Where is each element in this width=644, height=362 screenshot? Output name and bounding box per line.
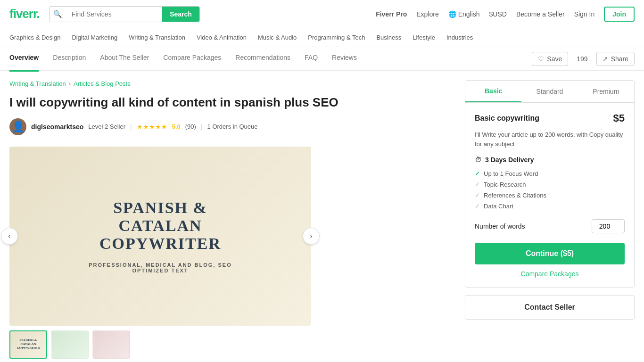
sub-nav-actions: ♡ Save 199 ↗ Share bbox=[532, 52, 635, 66]
gallery-next-button[interactable]: › bbox=[303, 228, 320, 245]
feature-1: ✓ Up to 1 Focus Word bbox=[475, 170, 625, 177]
package-tabs: Basic Standard Premium bbox=[465, 81, 634, 103]
breadcrumb-child[interactable]: Articles & Blog Posts bbox=[74, 80, 131, 87]
gig-title: I will copywriting all kind of content i… bbox=[9, 95, 349, 111]
cat-programming[interactable]: Programming & Tech bbox=[308, 28, 365, 47]
logo[interactable]: fiverr. bbox=[9, 7, 40, 21]
check-icon-4: ✓ bbox=[475, 203, 480, 210]
currency-link[interactable]: $USD bbox=[489, 10, 507, 18]
tab-description[interactable]: Description bbox=[53, 46, 86, 72]
word-count-input[interactable] bbox=[592, 219, 625, 233]
avatar: 👤 bbox=[9, 118, 26, 135]
clock-icon: ⏱ bbox=[475, 156, 481, 164]
breadcrumb-parent[interactable]: Writing & Translation bbox=[9, 80, 66, 87]
gallery-content: SPANISH & CATALAN COPYWRITER PROFESSIONA… bbox=[79, 189, 241, 283]
save-button[interactable]: ♡ Save bbox=[532, 52, 568, 66]
tab-faq[interactable]: FAQ bbox=[305, 46, 318, 72]
cat-graphics[interactable]: Graphics & Design bbox=[9, 28, 60, 47]
globe-icon: 🌐 bbox=[448, 10, 456, 18]
tab-basic[interactable]: Basic bbox=[465, 81, 521, 102]
left-content: Writing & Translation › Articles & Blog … bbox=[9, 80, 454, 362]
seller-name[interactable]: diglseomarktseo bbox=[31, 123, 83, 131]
gallery-thumbnails: SPANISH &CATALANCOPYWRITER bbox=[9, 330, 454, 359]
check-icon-2: ✓ bbox=[475, 181, 480, 188]
right-panel: Basic Standard Premium Basic copywriting… bbox=[465, 80, 635, 362]
feature-3: ✓ References & Citations bbox=[475, 192, 625, 199]
sign-in-link[interactable]: Sign In bbox=[574, 10, 595, 18]
heart-icon: ♡ bbox=[538, 55, 544, 63]
join-button[interactable]: Join bbox=[604, 7, 635, 22]
tab-overview[interactable]: Overview bbox=[9, 46, 39, 72]
features-list: ✓ Up to 1 Focus Word ✓ Topic Research ✓ … bbox=[475, 170, 625, 210]
feature-4: ✓ Data Chart bbox=[475, 203, 625, 210]
cat-writing[interactable]: Writing & Translation bbox=[129, 28, 185, 47]
language-link[interactable]: 🌐 English bbox=[448, 10, 480, 18]
tab-standard[interactable]: Standard bbox=[521, 81, 578, 102]
gallery-main-image: SPANISH & CATALAN COPYWRITER PROFESSIONA… bbox=[9, 147, 311, 326]
cat-music[interactable]: Music & Audio bbox=[258, 28, 297, 47]
seller-info: 👤 diglseomarktseo Level 2 Seller | ★★★★★… bbox=[9, 118, 454, 135]
search-input[interactable] bbox=[66, 7, 162, 22]
main-content: Writing & Translation › Articles & Blog … bbox=[0, 71, 644, 362]
tab-compare-packages[interactable]: Compare Packages bbox=[163, 46, 221, 72]
compare-packages-link[interactable]: Compare Packages bbox=[475, 270, 625, 278]
check-icon-3: ✓ bbox=[475, 192, 480, 199]
cat-industries[interactable]: Industries bbox=[446, 28, 473, 47]
thumbnail-1[interactable]: SPANISH &CATALANCOPYWRITER bbox=[9, 330, 47, 359]
feature-2: ✓ Topic Research bbox=[475, 181, 625, 188]
cat-digital-marketing[interactable]: Digital Marketing bbox=[72, 28, 117, 47]
star-rating: ★★★★★ bbox=[137, 123, 167, 131]
check-icon-1: ✓ bbox=[475, 170, 480, 177]
package-price: $5 bbox=[613, 112, 625, 124]
search-icon: 🔍 bbox=[50, 10, 66, 18]
header-nav: Fiverr Pro Explore 🌐 English $USD Become… bbox=[376, 7, 635, 22]
word-count-label: Number of words bbox=[475, 222, 525, 230]
contact-seller-button[interactable]: Contact Seller bbox=[465, 296, 634, 319]
orders-queue: 1 Orders in Queue bbox=[207, 123, 258, 130]
package-body: Basic copywriting $5 I'll Write your art… bbox=[465, 103, 634, 287]
become-seller-link[interactable]: Become a Seller bbox=[516, 10, 565, 18]
image-gallery: ‹ SPANISH & CATALAN COPYWRITER PROFESSIO… bbox=[9, 147, 454, 359]
package-description: I'll Write your article up to 200 words,… bbox=[475, 130, 625, 148]
package-header: Basic copywriting $5 bbox=[475, 112, 625, 124]
gallery-prev-button[interactable]: ‹ bbox=[1, 228, 18, 245]
tab-premium[interactable]: Premium bbox=[578, 81, 634, 102]
share-button[interactable]: ↗ Share bbox=[596, 52, 635, 66]
breadcrumb: Writing & Translation › Articles & Blog … bbox=[9, 80, 454, 87]
sub-nav: Overview Description About The Seller Co… bbox=[0, 47, 644, 71]
header: fiverr. 🔍 Search Fiverr Pro Explore 🌐 En… bbox=[0, 0, 644, 28]
cat-business[interactable]: Business bbox=[376, 28, 401, 47]
cat-video[interactable]: Video & Animation bbox=[197, 28, 247, 47]
share-icon: ↗ bbox=[603, 55, 608, 63]
word-count-row: Number of words bbox=[475, 219, 625, 233]
contact-seller-box: Contact Seller bbox=[465, 295, 635, 320]
search-button[interactable]: Search bbox=[162, 7, 199, 22]
save-count: 199 bbox=[573, 55, 591, 63]
thumbnail-2[interactable] bbox=[51, 330, 89, 359]
tab-recommendations[interactable]: Recommendations bbox=[235, 46, 290, 72]
continue-button[interactable]: Continue ($5) bbox=[475, 243, 625, 264]
category-nav: Graphics & Design Digital Marketing Writ… bbox=[0, 28, 644, 47]
rating-count: (90) bbox=[185, 123, 196, 130]
fiverr-pro-link[interactable]: Fiverr Pro bbox=[376, 10, 407, 18]
search-bar: 🔍 Search bbox=[49, 6, 200, 22]
rating-number: 5.0 bbox=[172, 123, 181, 130]
tab-reviews[interactable]: Reviews bbox=[332, 46, 357, 72]
explore-link[interactable]: Explore bbox=[416, 10, 438, 18]
seller-level: Level 2 Seller bbox=[88, 123, 125, 130]
package-name: Basic copywriting bbox=[475, 114, 539, 123]
cat-lifestyle[interactable]: Lifestyle bbox=[413, 28, 435, 47]
package-box: Basic Standard Premium Basic copywriting… bbox=[465, 80, 635, 288]
sub-nav-links: Overview Description About The Seller Co… bbox=[9, 46, 532, 72]
delivery-info: ⏱ 3 Days Delivery bbox=[475, 156, 625, 164]
breadcrumb-separator: › bbox=[69, 80, 71, 87]
tab-about-seller[interactable]: About The Seller bbox=[100, 46, 149, 72]
thumbnail-3[interactable] bbox=[92, 330, 130, 359]
